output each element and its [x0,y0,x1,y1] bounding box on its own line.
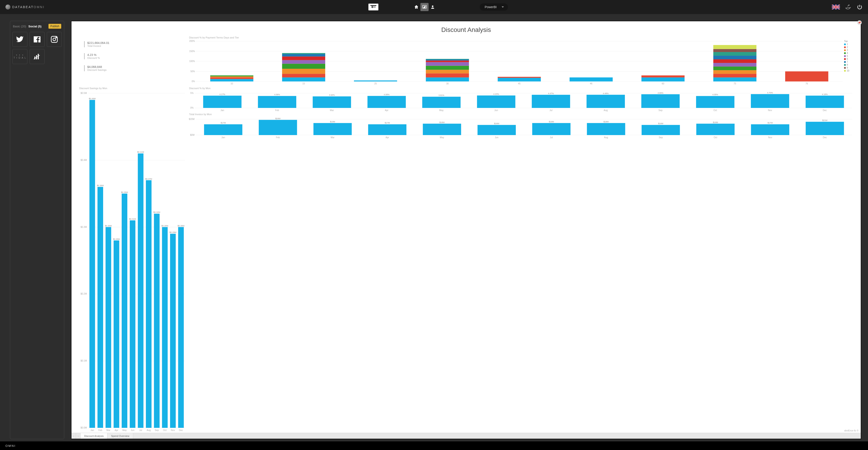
svg-text:$16M: $16M [658,122,663,125]
svg-text:4.18%: 4.18% [822,93,828,95]
svg-rect-167 [696,96,735,108]
svg-text:$17M: $17M [385,122,390,124]
svg-text:$0.41M: $0.41M [137,151,144,153]
svg-point-68 [844,43,846,45]
tile-instagram[interactable] [47,32,62,47]
svg-text:4.47%: 4.47% [548,92,554,95]
svg-text:Jan: Jan [90,429,94,431]
svg-text:$0.37M: $0.37M [145,178,152,180]
brand-logo-icon [5,4,10,9]
svg-text:6: 6 [847,58,848,60]
svg-rect-149 [368,96,406,108]
svg-rect-195 [477,125,516,135]
svg-rect-161 [586,95,625,108]
svg-text:9: 9 [847,66,848,69]
sidebar-tab-social[interactable]: Social (5) [29,25,41,28]
svg-text:4.70%: 4.70% [767,92,773,94]
svg-text:Jun: Jun [494,109,498,112]
svg-text:$0.5M: $0.5M [81,92,87,94]
user-button[interactable] [429,3,437,11]
chart-discount-savings-mon[interactable]: Discount Savings by Mon $0.0M$0.1M$0.2M$… [78,86,187,432]
svg-rect-213 [806,122,844,135]
svg-text:75: 75 [734,82,736,85]
footer-brand: OMNI [5,444,16,448]
svg-rect-21 [210,79,253,82]
svg-text:$0.35M: $0.35M [121,191,128,193]
svg-text:$0.32M: $0.32M [153,211,160,213]
svg-rect-189 [368,124,406,135]
svg-point-74 [844,52,846,54]
svg-rect-192 [423,124,461,135]
svg-text:Dec: Dec [823,109,827,112]
tile-tidal[interactable]: ✦ ✦ ✦T I D A L [12,49,27,64]
kpi-discount-savings: $4,068,848 Discount Savings [84,65,187,71]
edit-button[interactable] [421,3,429,11]
svg-rect-127 [162,227,167,428]
svg-text:4.23%: 4.23% [493,93,499,95]
svg-rect-121 [146,180,152,428]
svg-rect-56 [713,70,756,74]
svg-rect-57 [713,66,756,70]
svg-rect-10 [38,54,39,59]
svg-text:Mar: Mar [330,109,334,112]
locale-flag-icon[interactable] [832,4,840,9]
svg-rect-39 [426,70,469,73]
chart-total-invoice-mon[interactable]: Total Invoice by Mon $0M$20M$17MJan$24MF… [188,113,854,139]
svg-rect-173 [806,96,844,108]
svg-rect-63 [713,45,756,49]
svg-rect-143 [258,96,296,108]
svg-text:Jun: Jun [131,429,134,431]
report-tab-spend[interactable]: Spend Overview [107,433,133,439]
svg-text:Nov: Nov [768,109,772,112]
svg-rect-29 [282,64,325,69]
svg-rect-109 [114,240,119,428]
tile-twitter[interactable] [12,32,27,47]
svg-text:$0.2M: $0.2M [81,293,87,295]
power-button[interactable] [857,4,863,10]
svg-text:$0.3M: $0.3M [81,226,87,228]
report-copyright: obviEnce llc © [844,429,859,432]
svg-text:4.05%: 4.05% [712,93,718,96]
svg-text:4.17%: 4.17% [219,93,225,95]
back-button[interactable] [368,4,378,10]
sidebar-tab-basic[interactable]: Basic (20) [13,25,26,28]
svg-rect-44 [426,59,469,60]
svg-rect-60 [713,56,756,59]
svg-text:3.92%: 3.92% [329,94,335,96]
svg-text:$0.30M: $0.30M [178,224,184,227]
svg-rect-124 [154,214,160,428]
tile-powerbi[interactable] [30,49,44,64]
chart-discount-pct-mon[interactable]: Discount % by Mon 0%5%4.17%Jan4.06%Feb3.… [188,86,854,112]
svg-text:Oct: Oct [714,109,717,112]
svg-rect-183 [259,120,297,135]
svg-rect-27 [282,74,325,78]
lamp-icon[interactable] [845,4,852,10]
svg-rect-106 [105,227,111,428]
tile-facebook[interactable] [30,32,44,47]
home-button[interactable] [412,3,421,11]
svg-text:Aug: Aug [603,109,608,112]
svg-text:10: 10 [847,69,849,72]
svg-text:10: 10 [230,82,233,85]
svg-rect-40 [426,66,469,70]
chart-discount-pct-terms-tier[interactable]: Discount % by Payment Terms Days and Tie… [188,36,854,85]
svg-text:$0.4M: $0.4M [81,159,87,161]
svg-text:$24M: $24M [275,117,280,120]
svg-text:Tier: Tier [844,40,848,42]
svg-rect-146 [313,96,351,108]
svg-text:$19M: $19M [549,121,554,123]
tab-nav-prev[interactable]: ‹ [71,433,76,439]
svg-rect-26 [282,78,325,82]
svg-rect-170 [751,94,789,108]
svg-text:3: 3 [847,49,848,51]
app-selector[interactable]: PowerBI [480,3,508,11]
svg-text:Oct: Oct [163,429,167,431]
svg-rect-49 [569,78,613,82]
right-mini-column: Discount % by Mon 0%5%4.17%Jan4.06%Feb3.… [188,86,854,432]
report-tab-discount[interactable]: Discount Analysis [81,433,107,439]
svg-rect-115 [130,220,135,428]
svg-rect-100 [89,100,95,428]
publish-button[interactable]: Publish [49,24,61,29]
svg-text:$0.28M: $0.28M [113,238,120,240]
tab-nav-next[interactable]: › [76,433,81,439]
